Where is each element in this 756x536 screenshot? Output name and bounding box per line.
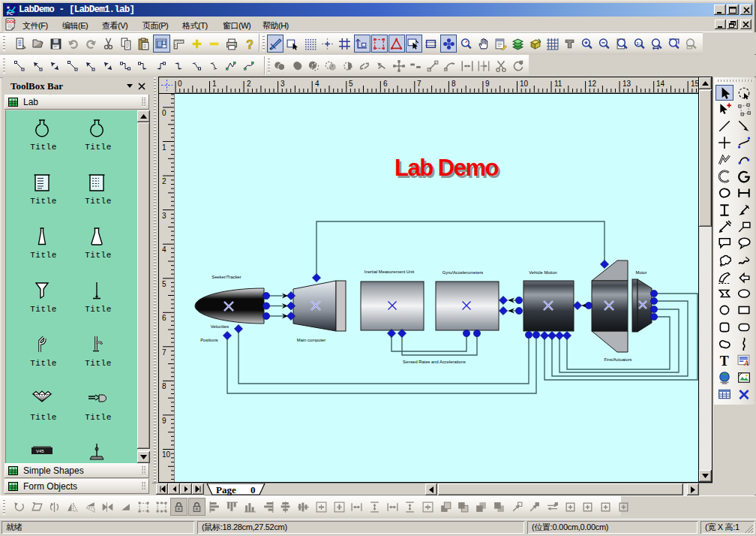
svg-text:14: 14 bbox=[656, 80, 665, 88]
svg-text:8: 8 bbox=[162, 382, 166, 390]
svg-text:Seeker/Tracker: Seeker/Tracker bbox=[212, 275, 241, 279]
svg-text:9: 9 bbox=[162, 417, 166, 425]
svg-text:A: A bbox=[743, 359, 749, 367]
svg-text:Positions: Positions bbox=[200, 338, 218, 342]
svg-text:13: 13 bbox=[622, 80, 632, 88]
svg-text:V45: V45 bbox=[36, 449, 44, 453]
svg-text:15: 15 bbox=[691, 80, 698, 88]
svg-text:5: 5 bbox=[162, 280, 166, 288]
svg-text:3: 3 bbox=[162, 212, 166, 220]
svg-text:4: 4 bbox=[315, 80, 320, 88]
svg-text:0: 0 bbox=[178, 80, 182, 88]
svg-text:Inertial Measurement Unit: Inertial Measurement Unit bbox=[364, 270, 415, 274]
svg-text:6: 6 bbox=[383, 80, 388, 88]
svg-text:0: 0 bbox=[162, 109, 166, 117]
svg-text:10: 10 bbox=[162, 450, 171, 459]
svg-text:7: 7 bbox=[162, 348, 166, 357]
svg-text:Page: Page bbox=[216, 484, 236, 495]
svg-text:Motor: Motor bbox=[636, 270, 647, 275]
svg-text:Gyro/Accelerometers: Gyro/Accelerometers bbox=[442, 270, 484, 275]
svg-text:1: 1 bbox=[212, 80, 217, 88]
svg-text:7: 7 bbox=[417, 80, 422, 88]
svg-text:2: 2 bbox=[162, 177, 166, 185]
svg-text:6: 6 bbox=[162, 314, 166, 322]
svg-text:4: 4 bbox=[162, 245, 166, 254]
svg-text:11: 11 bbox=[554, 80, 562, 88]
svg-text:9: 9 bbox=[485, 80, 490, 88]
svg-text:10: 10 bbox=[520, 80, 529, 88]
svg-text:12: 12 bbox=[588, 80, 597, 88]
svg-text:PC: PC bbox=[7, 11, 14, 16]
svg-text:8: 8 bbox=[452, 80, 456, 88]
svg-text:Vehicle Motion: Vehicle Motion bbox=[529, 270, 557, 275]
svg-text:Fins/Actuators: Fins/Actuators bbox=[604, 357, 632, 362]
svg-text:1: 1 bbox=[162, 143, 166, 152]
svg-text:1:1: 1:1 bbox=[636, 41, 643, 45]
svg-text:2: 2 bbox=[247, 80, 251, 88]
svg-text:Main computer: Main computer bbox=[297, 338, 326, 342]
svg-text:3: 3 bbox=[280, 80, 285, 88]
svg-text:5: 5 bbox=[349, 80, 353, 88]
svg-text:DOC: DOC bbox=[7, 20, 16, 24]
svg-text:Lab Demo: Lab Demo bbox=[394, 155, 498, 181]
svg-text:?: ? bbox=[247, 38, 254, 50]
svg-text:T: T bbox=[720, 354, 729, 367]
svg-text:Sensed Rates and Accelerations: Sensed Rates and Accelerations bbox=[403, 360, 466, 364]
svg-text:Velocities: Velocities bbox=[211, 324, 230, 329]
svg-text:0: 0 bbox=[250, 484, 256, 495]
